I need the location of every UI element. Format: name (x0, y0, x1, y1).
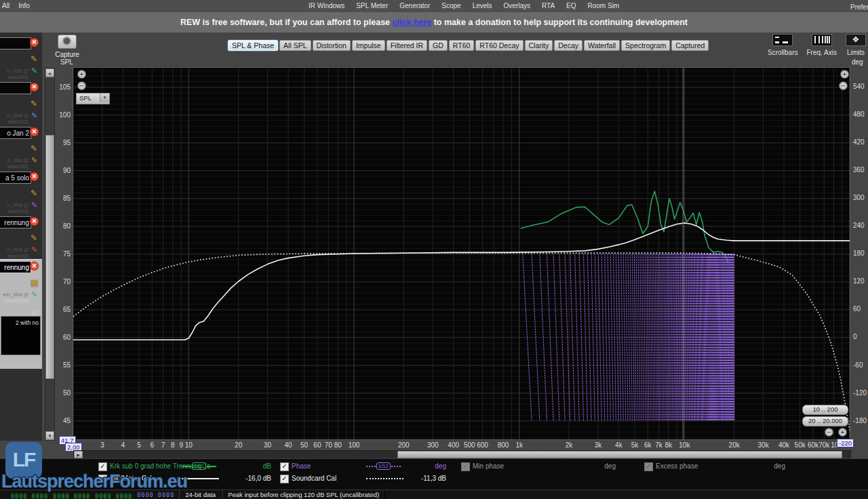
tab-rt60-decay[interactable]: RT60 Decay (475, 40, 523, 51)
edit-measurement-icon[interactable]: ✎ (31, 144, 37, 153)
legend-checkbox[interactable]: ✓ (280, 462, 289, 471)
spl-phase-chart[interactable] (73, 68, 850, 439)
tab-captured[interactable]: Captured (671, 40, 709, 51)
measurement-note-field[interactable]: 2 with no (1, 316, 41, 355)
pan-thumb[interactable] (397, 451, 842, 458)
donation-link[interactable]: click here (393, 18, 432, 27)
delete-measurement-icon[interactable]: ✕ (30, 172, 39, 181)
menu-item-all[interactable]: All (2, 0, 9, 12)
edit-measurement-icon[interactable]: ✎ (31, 188, 37, 198)
measurement-name-field[interactable] (0, 82, 31, 94)
legend-checkbox[interactable]: ✓ (280, 475, 289, 483)
deg-tick-label: 180 (853, 250, 865, 257)
x-tick-label: 7 (161, 441, 165, 449)
measurement-entry[interactable]: ✕▦ein_00d (22asio192(✎▤ (0, 261, 42, 304)
deg-bottom-zoom-in-button[interactable]: + (838, 428, 847, 437)
measurement-name-field[interactable] (0, 261, 31, 273)
menu-item-rta[interactable]: RTA (542, 0, 555, 12)
x-tick-label: 100 (349, 441, 360, 449)
left-axis-selector[interactable]: SPL ▼ (76, 93, 110, 104)
measurement-name-field[interactable] (0, 37, 31, 49)
menu-item-ir-windows[interactable]: IR Windows (309, 0, 344, 12)
delete-measurement-icon[interactable]: ✕ (30, 38, 39, 47)
tab-impulse[interactable]: Impulse (352, 40, 385, 51)
measurement-name-field[interactable] (0, 216, 31, 228)
range-10-200-button[interactable]: 10 .. 200 (802, 405, 848, 415)
tab-rt60[interactable]: RT60 (449, 40, 475, 51)
tab-clarity[interactable]: Clarity (525, 40, 553, 51)
freq-axis-button[interactable]: Freq. Axis (806, 34, 836, 56)
menu-item-scope[interactable]: Scope (441, 0, 460, 12)
tab-all-spl[interactable]: All SPL (279, 40, 311, 51)
deg-tick-label: 60 (853, 305, 861, 313)
peak-input-label: Peak input before clipping 120 dB SPL (u… (222, 490, 385, 499)
x-tick-label: 60k (808, 441, 818, 449)
x-tick-label: 2k (566, 441, 573, 449)
deg-axis-min-field[interactable]: -220 (837, 439, 854, 447)
legend-value: deg (568, 462, 616, 470)
scrollbars-icon (772, 34, 793, 46)
menu-item-generator[interactable]: Generator (399, 0, 430, 12)
smoothing-badge[interactable]: 1/12 (376, 462, 391, 470)
delete-measurement-icon[interactable]: ✕ (30, 83, 39, 92)
scroll-up-button[interactable]: ▲ (45, 68, 54, 77)
trace-color-icon[interactable]: ✎ (31, 245, 37, 254)
legend-checkbox[interactable]: ✓ (644, 462, 653, 471)
menu-item-overlays[interactable]: Overlays (504, 0, 530, 12)
tab-distortion[interactable]: Distortion (313, 40, 351, 51)
save-measurement-icon[interactable]: ▦ (31, 278, 38, 287)
measurement-entry[interactable]: ✕✎n_00d (2asio192(✎ (0, 216, 42, 260)
left-axis-selector-value: SPL (79, 94, 92, 102)
chart-canvas[interactable] (73, 68, 850, 439)
measurement-name-field[interactable] (0, 172, 31, 184)
range-20-20000-button[interactable]: 20 .. 20.000 (802, 416, 848, 426)
edit-measurement-icon[interactable]: ✎ (31, 233, 37, 243)
spl-zoom-in-button[interactable]: + (77, 70, 86, 79)
menu-item-eq[interactable]: EQ (566, 0, 576, 12)
input-level-digits: 0000 0000 (95, 493, 132, 499)
smoothing-badge[interactable]: 1/12 (192, 462, 206, 470)
menu-item-room-sim[interactable]: Room Sim (588, 0, 620, 12)
delete-measurement-icon[interactable]: ✕ (30, 262, 39, 271)
tab-spectrogram[interactable]: Spectrogram (621, 40, 670, 51)
tab-filtered-ir[interactable]: Filtered IR (387, 40, 427, 51)
delete-measurement-icon[interactable]: ✕ (30, 127, 39, 136)
measurement-entry[interactable]: ✕✎n_00d (2asio192(✎ (0, 172, 42, 215)
input-level-digits: 0000 0000 (53, 493, 90, 499)
trace-color-icon[interactable]: ✎ (31, 201, 37, 209)
tab-spl-phase[interactable]: SPL & Phase (228, 40, 278, 51)
scrollbars-button[interactable]: Scrollbars (768, 34, 797, 56)
deg-tick-label: 480 (853, 111, 865, 118)
tab-decay[interactable]: Decay (554, 40, 583, 51)
tab-waterfall[interactable]: Waterfall (584, 40, 620, 51)
limits-button[interactable]: ✥Limits (846, 34, 866, 56)
measurement-entry[interactable]: ✕✎n_00d (2asio192(✎ (0, 37, 42, 81)
measurement-entry[interactable]: ✕✎n_00d (2asio192(✎ (0, 127, 42, 170)
deg-bottom-zoom-out-button[interactable]: − (825, 428, 833, 437)
measurement-subtext: ein_00d (2 (0, 292, 28, 298)
capture-button[interactable]: Capture (53, 35, 81, 58)
menu-item-spl-meter[interactable]: SPL Meter (356, 0, 388, 12)
legend-checkbox[interactable]: ✓ (461, 462, 470, 471)
measurement-entry[interactable]: ✕✎n_00d (2asio192(✎ (0, 82, 42, 125)
measurement-name-field[interactable] (0, 127, 31, 139)
trace-color-icon[interactable]: ✎ (31, 156, 37, 165)
edit-measurement-icon[interactable]: ✎ (31, 54, 37, 64)
trace-color-icon[interactable]: ✎ (31, 111, 37, 120)
menu-item-info[interactable]: Info (18, 0, 30, 12)
measurement-subtext: asio192( (0, 74, 28, 80)
tab-gd[interactable]: GD (429, 40, 448, 51)
trace-color-icon[interactable]: ✎ (31, 66, 37, 75)
legend-checkbox[interactable]: ✓ (98, 462, 107, 471)
deg-zoom-in-button[interactable]: + (840, 70, 849, 79)
trace-color-icon[interactable]: ✎ (31, 290, 37, 299)
spl-tick-label: 45 (43, 417, 71, 424)
menu-item-levels[interactable]: Levels (473, 0, 492, 12)
spl-zoom-out-button[interactable]: − (77, 81, 86, 90)
pan-right-button[interactable]: ▶ (74, 451, 83, 458)
spl-tick-label: 65 (43, 306, 71, 313)
deg-zoom-out-button[interactable]: − (839, 81, 848, 90)
edit-measurement-icon[interactable]: ✎ (31, 99, 37, 108)
delete-measurement-icon[interactable]: ✕ (30, 217, 39, 226)
scroll-down-button[interactable]: ▼ (45, 431, 54, 440)
